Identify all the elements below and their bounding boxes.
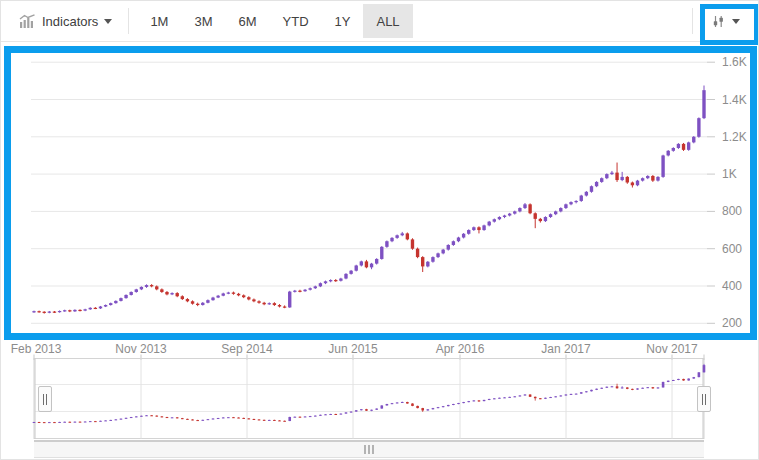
x-axis-label: Jan 2017 (541, 342, 591, 356)
candle-body (222, 293, 225, 295)
nav-candle-body (334, 414, 337, 415)
nav-candle-body (196, 420, 199, 421)
nav-candle-body (314, 416, 317, 417)
range-button-6m[interactable]: 6M (226, 4, 270, 38)
candle-body (661, 155, 664, 176)
nav-candle-body (396, 402, 399, 403)
nav-candle-body (191, 419, 194, 420)
settings-button[interactable] (701, 4, 750, 38)
range-button-all[interactable]: ALL (363, 4, 412, 38)
candle-body (268, 303, 271, 304)
x-axis-label: Feb 2013 (11, 342, 62, 356)
nav-candle-body (217, 418, 220, 419)
candle-body (610, 173, 613, 174)
candle-body (314, 286, 317, 288)
nav-candle-body (677, 379, 680, 380)
nav-candle-body (698, 372, 701, 377)
candle-body (344, 274, 347, 279)
grip-lines-icon (372, 445, 374, 454)
range-button-1m[interactable]: 1M (137, 4, 181, 38)
candle-body (375, 259, 378, 264)
nav-candle-body (692, 377, 695, 378)
candle-body (288, 292, 291, 308)
candle-body (324, 281, 327, 283)
nav-candle-body (457, 403, 460, 404)
candle-body (43, 312, 46, 313)
chevron-down-icon (732, 19, 740, 24)
range-button-3m[interactable]: 3M (181, 4, 225, 38)
candle-body (702, 90, 705, 118)
candle-body (129, 292, 132, 295)
candle-body (155, 286, 158, 289)
candle-body (303, 290, 306, 291)
nav-candle-body (181, 418, 184, 419)
navigator-right-handle[interactable] (697, 386, 711, 412)
candle-body (687, 142, 690, 149)
nav-candle-body (258, 419, 261, 420)
navigator-left-handle[interactable] (38, 386, 52, 412)
nav-candle-body (401, 402, 404, 403)
nav-candle-body (375, 409, 378, 410)
candle-body (672, 148, 675, 151)
nav-candle-body (452, 404, 455, 405)
candle-body (651, 176, 654, 181)
candle-body (534, 213, 537, 219)
candle-body (257, 301, 260, 302)
candle-body (94, 308, 97, 309)
candle-body (636, 181, 639, 186)
nav-candle-body (549, 397, 552, 398)
candle-body (401, 233, 404, 235)
nav-candle-body (130, 417, 133, 418)
nav-candle-body (33, 422, 36, 423)
nav-candle-body (437, 407, 440, 408)
nav-candle-body (595, 389, 598, 390)
candle-body (242, 295, 245, 297)
y-axis-label: 400 (722, 279, 742, 293)
navigator-frame (34, 359, 704, 439)
nav-candle-body (432, 408, 435, 409)
candle-body (170, 293, 173, 294)
nav-candle-body (442, 406, 445, 407)
range-button-1y[interactable]: 1Y (322, 4, 364, 38)
nav-candle-body (513, 396, 516, 397)
y-axis-label: 600 (722, 242, 742, 256)
range-button-ytd[interactable]: YTD (270, 4, 322, 38)
candle-body (656, 177, 659, 181)
nav-candle-body (345, 412, 348, 413)
range-buttons: 1M3M6MYTD1YALL (137, 4, 412, 38)
nav-candle-body (38, 422, 41, 423)
candle-body (201, 303, 204, 305)
nav-candle-body (488, 399, 491, 400)
x-axis-label: Sep 2014 (221, 342, 273, 356)
nav-candle-body (672, 380, 675, 381)
bar-chart-trend-icon (19, 14, 36, 29)
indicators-button[interactable]: Indicators (11, 4, 120, 38)
candle-body (308, 288, 311, 289)
candle-body (447, 245, 450, 250)
candle-body (211, 298, 214, 301)
candle-body (349, 271, 352, 274)
candle-body (646, 176, 649, 178)
nav-candle-body (207, 419, 210, 420)
nav-candle-body (493, 398, 496, 399)
nav-candle-body (135, 416, 138, 417)
nav-candle-body (273, 420, 276, 421)
navigator-scrollbar[interactable] (34, 440, 704, 458)
nav-candle-body (447, 405, 450, 406)
nav-candle-body (559, 395, 562, 396)
nav-candle-body (478, 400, 481, 401)
nav-candle-body (43, 422, 46, 423)
grip-lines-icon (368, 445, 370, 454)
candle-body (436, 253, 439, 257)
drag-handle-icon (702, 394, 703, 405)
candle-body (569, 202, 572, 204)
nav-candle-body (48, 422, 51, 423)
candle-body (232, 293, 235, 294)
nav-candle-body (79, 422, 82, 423)
nav-candle-body (299, 417, 302, 418)
price-chart-svg[interactable]: 2004006008001K1.2K1.4K1.6KFeb 2013Nov 20… (1, 42, 759, 460)
candle-body (615, 173, 618, 180)
candle-body (293, 291, 296, 292)
candle-body (89, 308, 92, 309)
nav-candle-body (53, 422, 56, 423)
